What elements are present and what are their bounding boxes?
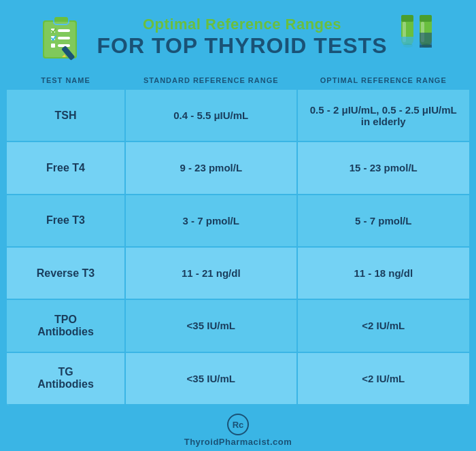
svg-rect-12 bbox=[401, 15, 413, 22]
svg-rect-8 bbox=[58, 44, 70, 47]
svg-rect-6 bbox=[58, 37, 70, 39]
cell-test-name: TG Antibodies bbox=[7, 353, 126, 405]
header-text: Optimal Reference Ranges For Top Thyroid… bbox=[97, 16, 388, 58]
cell-standard-range: <35 IU/mL bbox=[126, 300, 298, 352]
cell-test-name: Reverse T3 bbox=[7, 248, 126, 300]
table: TEST NAME STANDARD REFERENCE RANGE OPTIM… bbox=[7, 71, 469, 405]
svg-rect-4 bbox=[58, 29, 70, 32]
svg-rect-7 bbox=[51, 44, 55, 48]
svg-rect-18 bbox=[420, 15, 432, 22]
test-tube-icon bbox=[398, 12, 439, 61]
cell-test-name: TSH bbox=[7, 90, 126, 142]
header-subtitle: Optimal Reference Ranges bbox=[97, 16, 388, 33]
cell-optimal-range: 15 - 23 pmol/L bbox=[298, 142, 470, 195]
cell-standard-range: 9 - 23 pmol/L bbox=[126, 142, 298, 195]
col-header-test-name: TEST NAME bbox=[7, 71, 126, 90]
logo-text: Rc bbox=[233, 420, 244, 430]
website-label: ThyroidPharmacist.com bbox=[184, 437, 292, 447]
cell-test-name: TPO Antibodies bbox=[7, 300, 126, 352]
clipboard-icon bbox=[37, 12, 86, 61]
svg-rect-22 bbox=[420, 45, 432, 48]
brand-logo: Rc bbox=[227, 414, 249, 435]
cell-test-name: Free T3 bbox=[7, 195, 126, 248]
table-row: Reverse T311 - 21 ng/dl11 - 18 ng/dl bbox=[7, 248, 469, 300]
table-row: Free T33 - 7 pmol/L5 - 7 pmol/L bbox=[7, 195, 469, 248]
cell-optimal-range: 5 - 7 pmol/L bbox=[298, 195, 470, 248]
cell-optimal-range: 0.5 - 2 μIU/mL, 0.5 - 2.5 μIU/mL in elde… bbox=[298, 90, 470, 142]
header-title: For Top Thyroid Tests bbox=[97, 34, 388, 58]
cell-standard-range: 3 - 7 pmol/L bbox=[126, 195, 298, 248]
table-row: TSH0.4 - 5.5 μIU/mL0.5 - 2 μIU/mL, 0.5 -… bbox=[7, 90, 469, 142]
main-container: Optimal Reference Ranges For Top Thyroid… bbox=[0, 0, 476, 451]
cell-standard-range: 11 - 21 ng/dl bbox=[126, 248, 298, 300]
col-header-optimal: OPTIMAL REFERENCE RANGE bbox=[298, 71, 470, 90]
table-row: TG Antibodies<35 IU/mL<2 IU/mL bbox=[7, 353, 469, 405]
table-row: Free T49 - 23 pmol/L15 - 23 pmol/L bbox=[7, 142, 469, 195]
header: Optimal Reference Ranges For Top Thyroid… bbox=[0, 0, 476, 71]
cell-optimal-range: <2 IU/mL bbox=[298, 353, 470, 405]
footer: Rc ThyroidPharmacist.com bbox=[0, 411, 476, 451]
cell-test-name: Free T4 bbox=[7, 142, 126, 195]
table-row: TPO Antibodies<35 IU/mL<2 IU/mL bbox=[7, 300, 469, 352]
col-header-standard: STANDARD REFERENCE RANGE bbox=[126, 71, 298, 90]
cell-standard-range: <35 IU/mL bbox=[126, 353, 298, 405]
svg-rect-16 bbox=[401, 45, 413, 48]
cell-optimal-range: <2 IU/mL bbox=[298, 300, 470, 352]
table-header: TEST NAME STANDARD REFERENCE RANGE OPTIM… bbox=[7, 71, 469, 90]
cell-standard-range: 0.4 - 5.5 μIU/mL bbox=[126, 90, 298, 142]
table-body: TSH0.4 - 5.5 μIU/mL0.5 - 2 μIU/mL, 0.5 -… bbox=[7, 90, 469, 405]
cell-optimal-range: 11 - 18 ng/dl bbox=[298, 248, 470, 300]
